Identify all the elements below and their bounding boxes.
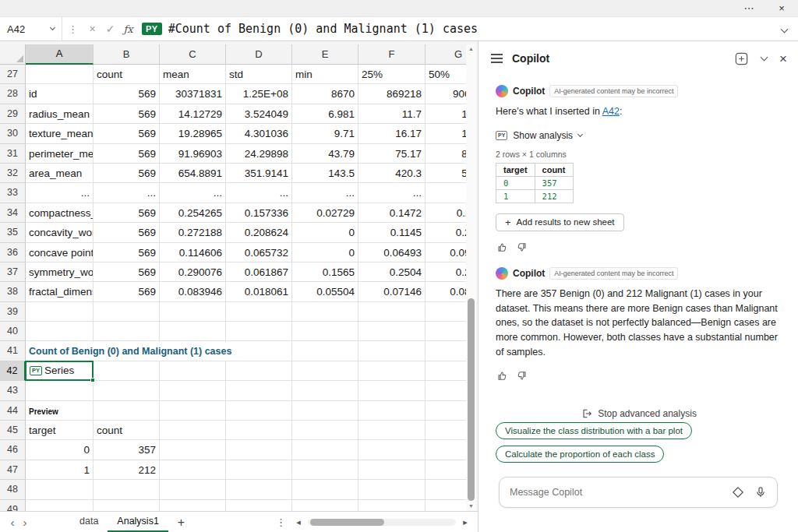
- sheet-tab-data[interactable]: data: [70, 512, 108, 532]
- cell-G41[interactable]: [425, 341, 466, 361]
- cell-D32[interactable]: 351.9141: [226, 164, 292, 183]
- cell-C46[interactable]: [160, 440, 226, 460]
- cell-C28[interactable]: 30371831: [160, 84, 226, 104]
- cell-A32[interactable]: area_mean: [26, 164, 94, 183]
- cell-G47[interactable]: [425, 460, 466, 480]
- row-header-37[interactable]: 37: [0, 262, 26, 282]
- row-header-49[interactable]: 49: [0, 500, 26, 511]
- cell-A40[interactable]: [26, 322, 94, 341]
- row-header-38[interactable]: 38: [0, 282, 26, 301]
- column-header-G[interactable]: G: [425, 44, 466, 65]
- vertical-scrollbar-thumb[interactable]: [468, 298, 475, 501]
- tab-bar-more-icon[interactable]: ⋮: [270, 516, 292, 528]
- cell-A31[interactable]: perimeter_mean: [26, 144, 94, 164]
- cell-F39[interactable]: [358, 302, 425, 322]
- cell-D40[interactable]: [226, 322, 292, 341]
- cell-G31[interactable]: 86.24: [425, 144, 466, 164]
- insert-function-icon[interactable]: ƒx: [119, 23, 137, 35]
- cell-E39[interactable]: [292, 302, 358, 322]
- cell-B40[interactable]: [94, 322, 160, 341]
- cell-C29[interactable]: 14.12729: [160, 104, 226, 124]
- cell-reference-link[interactable]: A42: [602, 106, 620, 117]
- cell-A28[interactable]: id: [26, 84, 94, 104]
- cell-F48[interactable]: [358, 480, 425, 499]
- cell-B47[interactable]: 212: [94, 460, 160, 480]
- cell-E33[interactable]: ...: [292, 183, 358, 203]
- cell-D43[interactable]: [226, 381, 292, 400]
- row-header-48[interactable]: 48: [0, 480, 26, 499]
- horizontal-scrollbar-thumb[interactable]: [310, 519, 384, 526]
- cell-B49[interactable]: [94, 500, 160, 511]
- cell-A45[interactable]: target: [26, 421, 94, 440]
- cell-C37[interactable]: 0.290076: [160, 262, 226, 282]
- horizontal-scrollbar[interactable]: [308, 519, 456, 526]
- cell-G32[interactable]: 551.1: [425, 164, 466, 183]
- cell-E29[interactable]: 6.981: [292, 104, 358, 124]
- row-header-47[interactable]: 47: [0, 460, 26, 480]
- row-header-36[interactable]: 36: [0, 243, 26, 262]
- row-header-42[interactable]: 42: [0, 361, 26, 381]
- cell-B27[interactable]: count: [94, 65, 160, 84]
- cell-A37[interactable]: symmetry_worst: [26, 262, 94, 282]
- cell-F40[interactable]: [358, 322, 425, 341]
- row-header-33[interactable]: 33: [0, 183, 26, 203]
- scroll-left-icon[interactable]: ◂: [292, 513, 305, 532]
- cell-G42[interactable]: [425, 361, 466, 381]
- window-more-icon[interactable]: ⋯: [733, 0, 765, 17]
- cell-A36[interactable]: concave points_worst: [26, 243, 94, 262]
- copilot-input[interactable]: [510, 487, 722, 498]
- cell-D42[interactable]: [226, 361, 292, 381]
- microphone-icon[interactable]: [754, 486, 767, 499]
- scroll-up-icon[interactable]: ▲: [466, 44, 476, 54]
- enter-icon[interactable]: ✓: [101, 23, 119, 35]
- formula-input[interactable]: #Count of Benign (0) and Malignant (1) c…: [168, 22, 775, 36]
- cell-D47[interactable]: [226, 460, 292, 480]
- cell-E46[interactable]: [292, 440, 358, 460]
- cell-F31[interactable]: 75.17: [358, 144, 425, 164]
- cell-E43[interactable]: [292, 381, 358, 400]
- cell-G27[interactable]: 50%: [425, 65, 466, 84]
- cell-F33[interactable]: ...: [358, 183, 425, 203]
- cell-A41[interactable]: Count of Benign (0) and Malignant (1) ca…: [26, 341, 94, 361]
- cell-E32[interactable]: 143.5: [292, 164, 358, 183]
- cell-F29[interactable]: 11.7: [358, 104, 425, 124]
- cell-G37[interactable]: 0.2822: [425, 262, 466, 282]
- cell-B37[interactable]: 569: [94, 262, 160, 282]
- row-header-39[interactable]: 39: [0, 302, 26, 322]
- cell-D46[interactable]: [226, 440, 292, 460]
- row-header-44[interactable]: 44: [0, 401, 26, 421]
- column-header-B[interactable]: B: [94, 44, 160, 65]
- cell-F49[interactable]: [358, 500, 425, 511]
- cell-D30[interactable]: 4.301036: [226, 124, 292, 143]
- select-all-corner[interactable]: [0, 44, 26, 65]
- expand-formula-bar-icon[interactable]: [781, 25, 789, 33]
- cell-E37[interactable]: 0.1565: [292, 262, 358, 282]
- cell-E31[interactable]: 43.79: [292, 144, 358, 164]
- cell-D37[interactable]: 0.061867: [226, 262, 292, 282]
- cell-G29[interactable]: 13.37: [425, 104, 466, 124]
- cell-E28[interactable]: 8670: [292, 84, 358, 104]
- name-box[interactable]: A42: [0, 17, 62, 41]
- cell-F32[interactable]: 420.3: [358, 164, 425, 183]
- cancel-icon[interactable]: ×: [83, 23, 101, 35]
- cell-E27[interactable]: min: [292, 65, 358, 84]
- column-header-A[interactable]: A: [26, 44, 94, 65]
- cell-A49[interactable]: [26, 500, 94, 511]
- add-results-button[interactable]: + Add results to new sheet: [496, 213, 624, 231]
- cell-D49[interactable]: [226, 500, 292, 511]
- cell-B38[interactable]: 569: [94, 282, 160, 301]
- cell-D27[interactable]: std: [226, 65, 292, 84]
- column-header-D[interactable]: D: [226, 44, 292, 65]
- cell-G45[interactable]: [425, 421, 466, 440]
- cell-F34[interactable]: 0.1472: [358, 203, 425, 223]
- cell-D34[interactable]: 0.157336: [226, 203, 292, 223]
- cell-E35[interactable]: 0: [292, 223, 358, 242]
- cell-A44[interactable]: Preview: [26, 401, 94, 421]
- cell-E40[interactable]: [292, 322, 358, 341]
- cell-D45[interactable]: [226, 421, 292, 440]
- cell-D36[interactable]: 0.065732: [226, 243, 292, 262]
- cell-F47[interactable]: [358, 460, 425, 480]
- cell-C43[interactable]: [160, 381, 226, 400]
- cell-D35[interactable]: 0.208624: [226, 223, 292, 242]
- cell-C42[interactable]: [160, 361, 226, 381]
